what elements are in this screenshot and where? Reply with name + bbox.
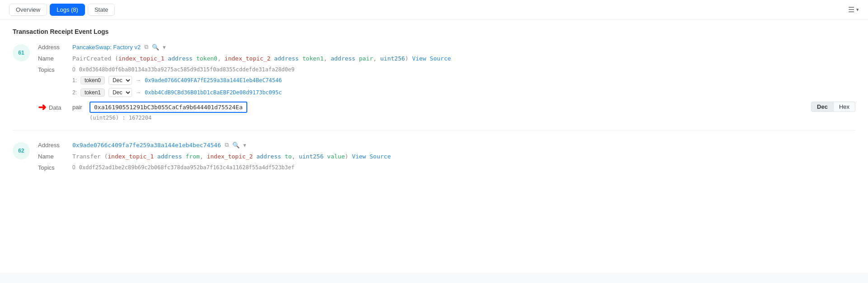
topic-select-1[interactable]: DecHex <box>108 76 132 85</box>
address-link-61[interactable]: PancakeSwap: Factory v2 <box>72 44 141 51</box>
top-bar: Overview Logs (8) State ☰ ▾ <box>0 0 868 20</box>
log-number-61: 61 <box>13 44 30 61</box>
topic-0-61: 0 0x0d3648bd0f6ba80134a33ba9275ac585d9d3… <box>72 66 295 73</box>
tab-logs[interactable]: Logs (8) <box>50 4 85 16</box>
chevron-down-icon-62[interactable]: ▾ <box>243 142 246 148</box>
topic-addr-1[interactable]: 0x9ade0766C409FA7fE259a38a144E1eb4BeC745… <box>145 77 282 84</box>
view-source-link-62[interactable]: View Source <box>352 153 391 160</box>
topic-index-0: 0 <box>72 66 75 73</box>
name-type4: uint256 <box>380 55 405 62</box>
topic-index-2: 2: <box>72 89 77 96</box>
log-entry-61: 61 Address PancakeSwap: Factory v2 ⧉ 🔍 ▾… <box>13 43 855 130</box>
address-row-62: Address 0x9ade0766c409fa7fe259a38a144e1e… <box>38 141 855 148</box>
pair-value-highlighted: 0xa16190551291bC3b055CaCfa9b644401d75524… <box>90 102 247 113</box>
topics-label-61: Topics <box>38 66 65 73</box>
chevron-down-icon-61[interactable]: ▾ <box>163 44 166 51</box>
name-value-62: Transfer (index_topic_1 address from, in… <box>72 153 391 160</box>
name-param6: to <box>285 153 292 160</box>
topics-row-62: Topics 0 0xddf252ad1be2c89b69c2b068fc378… <box>38 164 855 171</box>
name-param2: token1 <box>302 55 324 62</box>
name-param7: value <box>327 153 345 160</box>
name-value-61: PairCreated (index_topic_1 address token… <box>72 55 451 62</box>
topic-2-61: 2: token1 DecHex → 0xbb4CdB9CBd36B01bD1c… <box>72 88 295 97</box>
hex-button[interactable]: Hex <box>834 102 855 112</box>
name-type6: address <box>256 153 281 160</box>
name-type7: uint256 <box>299 153 324 160</box>
tab-overview[interactable]: Overview <box>9 4 47 16</box>
zoom-icon-62[interactable]: 🔍 <box>232 142 240 148</box>
topic-index-1: 1: <box>72 77 77 84</box>
name-param5: from <box>185 153 199 160</box>
address-value-61: PancakeSwap: Factory v2 ⧉ 🔍 ▾ <box>72 43 166 51</box>
topic-index-0-62: 0 <box>72 164 75 171</box>
tab-group: Overview Logs (8) State <box>9 4 115 16</box>
name-label-62: Name <box>38 153 65 160</box>
dec-button[interactable]: Dec <box>811 102 834 112</box>
data-pair-row: pair 0xa16190551291bC3b055CaCfa9b644401d… <box>72 102 855 113</box>
topic-hash-0-62: 0xddf252ad1be2c89b69c2b068fc378daa952ba7… <box>79 164 295 171</box>
name-type3: address <box>330 55 355 62</box>
topic-1-61: 1: token0 DecHex → 0x9ade0766C409FA7fE25… <box>72 76 295 85</box>
topic-select-2[interactable]: DecHex <box>108 88 132 97</box>
red-arrow-left: ➜ <box>38 102 46 113</box>
address-row-61: Address PancakeSwap: Factory v2 ⧉ 🔍 ▾ <box>38 43 855 51</box>
name-kw2: index_topic_2 <box>225 55 271 62</box>
topic-0-62: 0 0xddf252ad1be2c89b69c2b068fc378daa952b… <box>72 164 295 171</box>
topic-badge-token0: token0 <box>80 76 105 84</box>
arrow-icon-1: → <box>136 77 141 84</box>
name-kw4: index_topic_2 <box>207 153 253 160</box>
topics-row-61: Topics 0 0x0d3648bd0f6ba80134a33ba9275ac… <box>38 66 855 97</box>
name-type2: address <box>274 55 299 62</box>
copy-icon-61[interactable]: ⧉ <box>144 43 148 51</box>
data-row-61: ➜ Data pair 0xa16190551291bC3b055CaCfa9b… <box>38 102 855 121</box>
log-details-62: Address 0x9ade0766c409fa7fe259a38a144e1e… <box>38 141 855 176</box>
pair-label: pair <box>72 104 86 111</box>
zoom-icon-61[interactable]: 🔍 <box>152 44 159 51</box>
list-icon: ☰ <box>848 5 854 14</box>
topics-label-62: Topics <box>38 164 65 171</box>
address-label-62: Address <box>38 142 65 148</box>
data-uint256-row: (uint256) : 1672204 <box>72 115 855 121</box>
name-param1: token0 <box>196 55 217 62</box>
dec-hex-group: Dec Hex <box>811 102 855 112</box>
chevron-down-icon: ▾ <box>856 7 859 13</box>
top-right-controls[interactable]: ☰ ▾ <box>848 5 859 14</box>
name-kw1: index_topic_1 <box>118 55 165 62</box>
name-label-61: Name <box>38 55 65 62</box>
name-row-62: Name Transfer (index_topic_1 address fro… <box>38 153 855 160</box>
topic-addr-2[interactable]: 0xbb4CdB9CBd36B01bD1cBaEBF2De08d9173bc09… <box>145 89 282 96</box>
name-type1: address <box>168 55 193 62</box>
data-content-61: pair 0xa16190551291bC3b055CaCfa9b644401d… <box>72 102 855 121</box>
section-title: Transaction Receipt Event Logs <box>13 28 855 35</box>
main-content: Transaction Receipt Event Logs 61 Addres… <box>0 20 868 273</box>
name-row-61: Name PairCreated (index_topic_1 address … <box>38 55 855 62</box>
view-source-link-61[interactable]: View Source <box>412 55 451 62</box>
name-prefix: PairCreated ( <box>72 55 118 62</box>
address-value-62: 0x9ade0766c409fa7fe259a38a144e1eb4bec745… <box>72 141 246 148</box>
name-param3: pair <box>359 55 373 62</box>
log-entry-62: 62 Address 0x9ade0766c409fa7fe259a38a144… <box>13 141 855 176</box>
topics-value-62: 0 0xddf252ad1be2c89b69c2b068fc378daa952b… <box>72 164 295 171</box>
name-transfer-prefix: Transfer ( <box>72 153 108 160</box>
topics-value-61: 0 0x0d3648bd0f6ba80134a33ba9275ac585d9d3… <box>72 66 295 97</box>
topic-hash-0: 0x0d3648bd0f6ba80134a33ba9275ac585d9d315… <box>79 66 295 73</box>
name-kw3: index_topic_1 <box>108 153 154 160</box>
arrow-icon-2: → <box>136 89 141 96</box>
log-details-61: Address PancakeSwap: Factory v2 ⧉ 🔍 ▾ Na… <box>38 43 855 121</box>
topic-badge-token1: token1 <box>80 88 105 97</box>
tab-state[interactable]: State <box>88 4 115 16</box>
log-number-62: 62 <box>13 142 30 159</box>
address-link-62[interactable]: 0x9ade0766c409fa7fe259a38a144e1eb4bec745… <box>72 142 221 148</box>
name-type5: address <box>157 153 182 160</box>
data-label-61: ➜ Data <box>38 102 65 113</box>
copy-icon-62[interactable]: ⧉ <box>225 141 229 148</box>
address-label-61: Address <box>38 44 65 51</box>
